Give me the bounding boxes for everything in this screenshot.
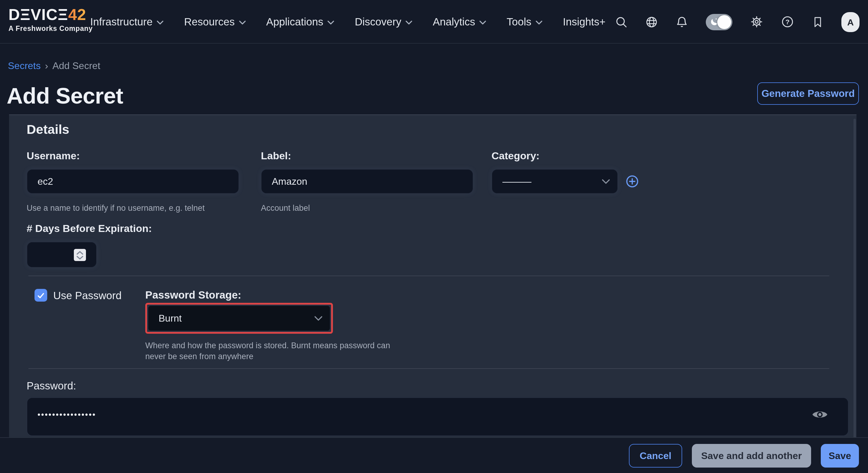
toggle-knob: [717, 15, 731, 29]
nav-item-tools[interactable]: Tools: [507, 16, 542, 28]
logo-wordmark: DΞVICΞ42: [8, 7, 93, 22]
section-divider: [28, 275, 829, 276]
nav-icon-bar: ? A: [615, 0, 860, 43]
chevron-down-icon: [602, 179, 610, 184]
save-button[interactable]: Save: [821, 444, 859, 468]
use-password-label: Use Password: [53, 289, 122, 302]
nav-item-insights[interactable]: Insights+: [563, 16, 606, 28]
add-category-icon[interactable]: [625, 174, 639, 188]
help-icon[interactable]: ?: [781, 15, 794, 28]
svg-text:?: ?: [785, 18, 789, 26]
logo-text: DΞVICΞ: [8, 5, 68, 24]
password-storage-value: Burnt: [159, 313, 182, 324]
category-label: Category:: [492, 150, 539, 162]
globe-icon[interactable]: [645, 16, 658, 28]
chevron-down-icon: [479, 20, 486, 25]
nav-item-discovery[interactable]: Discovery: [355, 16, 412, 28]
password-storage-label: Password Storage:: [145, 289, 241, 302]
logo-42: 42: [68, 5, 86, 24]
top-nav: DΞVICΞ42 A Freshworks Company Infrastruc…: [0, 0, 868, 43]
chevron-down-icon: [239, 20, 246, 25]
breadcrumb: Secrets›Add Secret: [8, 61, 100, 71]
bookmark-icon[interactable]: [812, 16, 824, 28]
settings-gear-icon[interactable]: [750, 15, 763, 28]
chevron-down-icon: [76, 255, 84, 260]
password-input[interactable]: [27, 397, 849, 436]
page: DΞVICΞ42 A Freshworks Company Infrastruc…: [0, 0, 868, 473]
show-password-eye-icon[interactable]: [812, 409, 828, 423]
days-before-expiration-label: # Days Before Expiration:: [27, 223, 152, 235]
label-field-label: Label:: [261, 150, 291, 162]
nav-item-infrastructure[interactable]: Infrastructure: [90, 16, 163, 28]
device42-logo[interactable]: DΞVICΞ42 A Freshworks Company: [8, 7, 93, 32]
section-divider: [28, 368, 829, 369]
logo-tagline: A Freshworks Company: [8, 25, 93, 32]
page-title: Add Secret: [7, 84, 123, 109]
scrollbar[interactable]: [854, 119, 856, 458]
breadcrumb-current: Add Secret: [52, 61, 100, 71]
breadcrumb-separator: ›: [45, 61, 49, 71]
use-password-checkbox[interactable]: [34, 289, 47, 302]
chevron-down-icon: [328, 20, 334, 25]
details-card: Details Username: Use a name to identify…: [9, 115, 857, 473]
generate-password-button[interactable]: Generate Password: [757, 82, 859, 105]
section-title-details: Details: [27, 122, 69, 138]
cancel-button[interactable]: Cancel: [629, 444, 682, 468]
chevron-up-icon: [76, 250, 84, 255]
notifications-bell-icon[interactable]: [676, 16, 688, 28]
label-helper: Account label: [261, 203, 310, 213]
nav-item-analytics[interactable]: Analytics: [433, 16, 486, 28]
main-menu: Infrastructure Resources Applications Di…: [90, 0, 606, 43]
chevron-down-icon: [536, 20, 542, 25]
category-select[interactable]: ———: [492, 169, 618, 194]
password-label: Password:: [27, 380, 76, 392]
save-and-add-another-button[interactable]: Save and add another: [692, 444, 811, 468]
dark-mode-toggle[interactable]: [706, 13, 733, 30]
search-icon[interactable]: [615, 16, 628, 28]
nav-item-resources[interactable]: Resources: [184, 16, 245, 28]
username-label: Username:: [27, 150, 80, 162]
days-before-expiration-input[interactable]: [27, 242, 97, 268]
check-icon: [37, 292, 45, 299]
password-storage-helper: Where and how the password is stored. Bu…: [145, 341, 407, 361]
user-avatar[interactable]: A: [841, 12, 860, 32]
category-value: ———: [502, 176, 531, 187]
label-input[interactable]: [261, 169, 473, 194]
breadcrumb-link-secrets[interactable]: Secrets: [8, 61, 41, 71]
chevron-down-icon: [406, 20, 412, 25]
number-stepper[interactable]: [74, 249, 86, 261]
password-storage-select[interactable]: Burnt: [148, 305, 331, 331]
chevron-down-icon: [157, 20, 163, 25]
username-helper: Use a name to identify if no username, e…: [27, 203, 205, 213]
chevron-down-icon: [314, 316, 322, 321]
action-footer: Cancel Save and add another Save: [0, 437, 868, 473]
username-input[interactable]: [27, 169, 239, 194]
nav-item-applications[interactable]: Applications: [266, 16, 334, 28]
